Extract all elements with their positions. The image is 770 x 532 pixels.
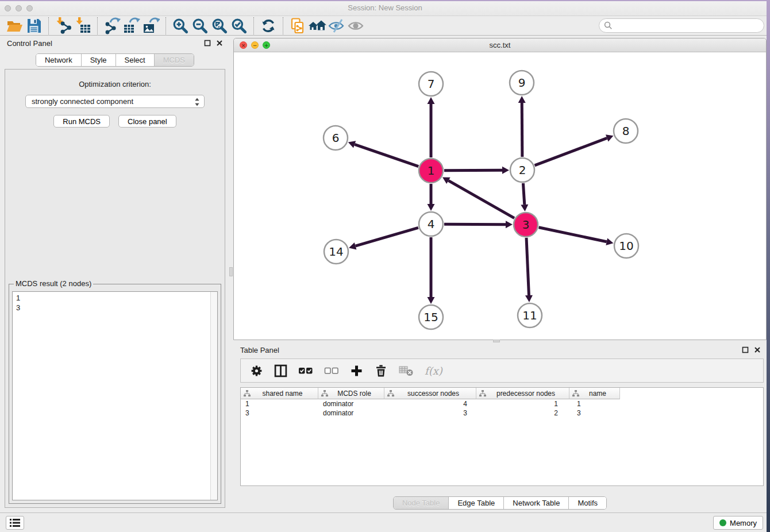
- column-chooser-icon[interactable]: [274, 364, 287, 377]
- graph-edge-arrowhead: [525, 295, 533, 302]
- control-panel-close-icon[interactable]: [216, 40, 223, 47]
- create-column-icon[interactable]: [350, 364, 363, 377]
- tab-network[interactable]: Network: [36, 54, 82, 66]
- mcds-result-line: 1: [16, 293, 214, 303]
- column-header-name[interactable]: name: [569, 388, 620, 399]
- table-cell: dominator: [318, 408, 384, 418]
- network-overview-icon[interactable]: [307, 17, 327, 35]
- table-panel-tabs: Node TableEdge TableNetwork TableMotifs: [233, 496, 767, 510]
- control-panel: Control Panel NetworkStyleSelectMCDS Opt…: [0, 36, 230, 512]
- mcds-result-group: MCDS result (2 nodes) 13: [9, 284, 221, 504]
- graph-edge-1-2[interactable]: [444, 170, 502, 171]
- result-scrollbar[interactable]: [210, 292, 217, 500]
- delete-columns-icon[interactable]: [374, 364, 388, 377]
- column-header-successor-nodes[interactable]: successor nodes: [384, 388, 476, 399]
- task-history-button[interactable]: [6, 516, 24, 530]
- table-row[interactable]: 1dominator411: [241, 399, 763, 408]
- toolbar-separator: [48, 17, 49, 34]
- zoom-selected-icon[interactable]: [229, 17, 249, 35]
- close-panel-button[interactable]: Close panel: [118, 115, 176, 128]
- column-header-shared-name[interactable]: shared name: [241, 388, 318, 399]
- save-session-icon[interactable]: [24, 17, 44, 35]
- show-graphics-details-icon: [346, 17, 366, 35]
- window-title: Session: New Session: [0, 0, 770, 16]
- memory-button[interactable]: Memory: [713, 516, 763, 530]
- table-cell: 1: [569, 399, 620, 408]
- main-toolbar: [0, 16, 770, 36]
- graph-edge-3-10[interactable]: [539, 228, 607, 242]
- mcds-result-box[interactable]: 13: [12, 291, 218, 500]
- open-session-icon[interactable]: [5, 17, 24, 35]
- graph-node-label-11: 11: [522, 309, 537, 322]
- export-network-icon[interactable]: [102, 17, 122, 35]
- select-stepper-icon: [193, 97, 201, 110]
- table-cell: 1: [476, 399, 569, 408]
- search-box: [599, 18, 764, 33]
- zoom-in-icon[interactable]: [171, 17, 190, 35]
- window-titlebar: Session: New Session: [0, 0, 770, 16]
- graph-edge-3-1[interactable]: [448, 180, 514, 218]
- tab-node-table[interactable]: Node Table: [394, 497, 449, 509]
- export-image-icon[interactable]: [141, 17, 161, 35]
- graph-edge-2-9[interactable]: [522, 103, 522, 157]
- graph-edge-4-3[interactable]: [444, 224, 506, 225]
- table-panel-close-icon[interactable]: [754, 346, 761, 353]
- table-panel-header: Table Panel: [233, 342, 767, 358]
- desktop-edge-top: [0, 0, 770, 1]
- tab-mcds[interactable]: MCDS: [155, 54, 194, 66]
- table-panel-float-icon[interactable]: [742, 346, 749, 353]
- graph-edge-4-14[interactable]: [356, 228, 418, 246]
- graph-edge-arrowhead: [428, 204, 435, 211]
- duplicate-network-icon[interactable]: [288, 17, 307, 35]
- main-area: Control Panel NetworkStyleSelectMCDS Opt…: [0, 36, 770, 512]
- table-mode-gear-icon[interactable]: [250, 364, 263, 377]
- deselect-all-icon[interactable]: [324, 365, 339, 376]
- control-panel-float-icon[interactable]: [204, 40, 211, 47]
- optimization-criterion-select[interactable]: strongly connected component: [25, 95, 205, 108]
- tab-style[interactable]: Style: [82, 54, 116, 66]
- graph-node-label-14: 14: [329, 245, 343, 259]
- graph-edge-2-8[interactable]: [535, 138, 607, 165]
- graph-edge-arrowhead: [518, 96, 526, 103]
- control-panel-tabs: NetworkStyleSelectMCDS: [0, 53, 230, 67]
- search-input[interactable]: [599, 18, 764, 33]
- toolbar-separator: [253, 17, 254, 34]
- run-mcds-button[interactable]: Run MCDS: [53, 115, 110, 128]
- graph-edge-arrowhead: [428, 97, 435, 104]
- zoom-fit-icon[interactable]: [210, 17, 229, 35]
- table-cell: 2: [476, 408, 569, 418]
- tab-motifs[interactable]: Motifs: [569, 497, 606, 509]
- table-cell: 3: [241, 408, 318, 418]
- tab-edge-table[interactable]: Edge Table: [449, 497, 504, 509]
- table-panel: Table Panel f(x) shared nameMCDS rolesuc…: [233, 342, 767, 511]
- optimization-criterion-value: strongly connected component: [32, 97, 133, 106]
- graph-node-label-6: 6: [332, 131, 340, 145]
- graph-edge-3-11[interactable]: [526, 238, 529, 295]
- refresh-icon[interactable]: [259, 17, 278, 35]
- graph-edge-arrowhead: [428, 297, 435, 304]
- table-panel-title: Table Panel: [240, 346, 279, 354]
- tab-network-table[interactable]: Network Table: [504, 497, 569, 509]
- table-row[interactable]: 3dominator323: [241, 408, 763, 418]
- import-network-icon[interactable]: [53, 17, 73, 35]
- column-header-MCDS-role[interactable]: MCDS role: [318, 388, 384, 399]
- column-header-predecessor-nodes[interactable]: predecessor nodes: [476, 388, 569, 399]
- export-table-icon[interactable]: [122, 17, 141, 35]
- network-canvas[interactable]: 7968124314101511: [234, 52, 766, 340]
- zoom-out-icon[interactable]: [190, 17, 210, 35]
- hide-graphics-details-icon[interactable]: [327, 17, 346, 35]
- desktop-edge-right: [767, 0, 770, 532]
- graph-edge-2-3[interactable]: [523, 183, 524, 205]
- table-cell: 4: [384, 399, 476, 408]
- graph-edge-arrowhead: [502, 167, 509, 174]
- mcds-result-line: 3: [16, 303, 214, 313]
- graph-edge-1-6[interactable]: [355, 144, 418, 166]
- graph-edge-arrowhead: [521, 205, 528, 211]
- tab-select[interactable]: Select: [116, 54, 155, 66]
- graph-node-label-4: 4: [428, 217, 435, 231]
- table-cell: dominator: [318, 399, 384, 408]
- import-table-icon[interactable]: [73, 17, 93, 35]
- select-all-icon[interactable]: [298, 365, 313, 376]
- vertical-splitter-handle[interactable]: [229, 267, 233, 276]
- function-builder-icon: f(x): [425, 365, 442, 377]
